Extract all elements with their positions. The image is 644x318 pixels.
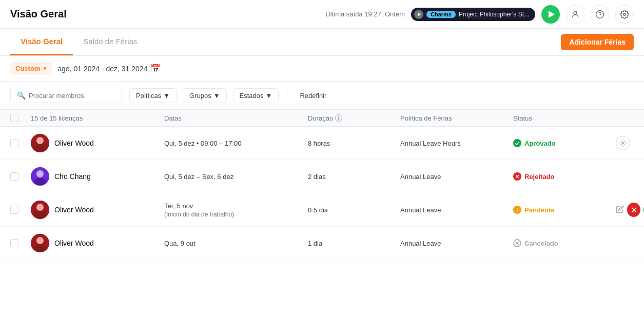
row4-status-label: Cancelado xyxy=(524,240,558,247)
row1-member-name: Oliver Wood xyxy=(54,139,94,147)
svg-point-0 xyxy=(574,11,577,14)
tab-visao-geral[interactable]: Visão Geral xyxy=(10,29,73,55)
row3-policy: Annual Leave xyxy=(400,206,513,214)
custom-caret-icon: ▼ xyxy=(42,66,47,71)
tag-charms-label: Charms xyxy=(426,11,456,18)
row4-avatar xyxy=(31,234,49,252)
table-row: Oliver Wood Qui, 5 dez • 09:00 – 17:00 8… xyxy=(0,127,644,160)
row3-avatar xyxy=(31,201,49,219)
row2-avatar xyxy=(31,167,49,186)
policies-filter-label: Políticas xyxy=(136,92,161,100)
svg-text:!: ! xyxy=(516,207,518,213)
custom-filter-button[interactable]: Custom ▼ xyxy=(10,62,52,75)
tabs-bar: Visão Geral Saldo de Férias Adicionar Fé… xyxy=(0,29,644,56)
row3-date-sub: (Início do dia de trabalho) xyxy=(164,211,308,218)
col-policy: Política de Férias xyxy=(400,114,513,122)
groups-caret-icon: ▼ xyxy=(213,92,220,100)
settings-button[interactable] xyxy=(615,5,634,24)
page-title: Visão Geral xyxy=(10,8,67,20)
row4-checkbox[interactable] xyxy=(10,239,18,247)
groups-filter-button[interactable]: Grupos ▼ xyxy=(183,88,227,103)
row2-member: Cho Chang xyxy=(31,167,164,186)
row2-policy: Annual Leave xyxy=(400,173,513,181)
tab-list: Visão Geral Saldo de Férias xyxy=(10,29,147,55)
date-range-display: ago, 01 2024 - dez, 31 2024 📅 xyxy=(57,64,161,73)
svg-point-24 xyxy=(34,245,46,252)
table-row: Oliver Wood Ter, 5 nov (Início do dia de… xyxy=(0,193,644,227)
add-ferias-button[interactable]: Adicionar Férias xyxy=(561,34,634,50)
header-checkbox[interactable] xyxy=(10,114,18,122)
table-header: 15 de 15 licenças Datas Duração ℹ Políti… xyxy=(0,110,644,127)
row3-checkbox-area xyxy=(10,206,31,214)
search-filter-bar: 🔍 Políticas ▼ Grupos ▼ Estados ▼ Redefin… xyxy=(0,82,644,110)
row4-duration: 1 dia xyxy=(308,240,400,247)
help-button[interactable] xyxy=(591,5,609,24)
row2-checkbox-area xyxy=(10,172,31,181)
top-bar-right: Última saída 19:27, Ontem Charms Project… xyxy=(325,5,634,24)
svg-point-18 xyxy=(36,204,44,211)
row2-checkbox[interactable] xyxy=(10,172,18,181)
svg-point-3 xyxy=(623,13,626,15)
tag-play-icon xyxy=(414,10,423,19)
row3-actions: ✕ ✓ xyxy=(616,203,644,217)
row4-date: Qua, 9 out xyxy=(164,240,308,247)
search-box: 🔍 xyxy=(10,88,123,103)
row1-checkbox[interactable] xyxy=(10,139,18,147)
col-status: Status xyxy=(513,114,616,122)
svg-point-12 xyxy=(36,170,44,177)
table-row: Cho Chang Qui, 5 dez – Sex, 6 dez 2 dias… xyxy=(0,160,644,193)
row1-duration: 8 horas xyxy=(308,140,400,147)
policies-caret-icon: ▼ xyxy=(163,92,170,100)
row1-member: Oliver Wood xyxy=(31,134,164,152)
col-dates: Datas xyxy=(164,114,308,122)
search-icon: 🔍 xyxy=(17,91,26,100)
row4-member-name: Oliver Wood xyxy=(54,239,94,247)
row3-edit-button[interactable] xyxy=(616,205,624,215)
row4-status-icon xyxy=(513,239,521,247)
row4-policy: Annual Leave xyxy=(400,240,513,247)
row3-status-label: Pendente xyxy=(524,206,555,214)
play-button[interactable] xyxy=(541,5,560,24)
row2-date: Qui, 5 dez – Sex, 6 dez xyxy=(164,173,308,181)
table-row: Oliver Wood Qua, 9 out 1 dia Annual Leav… xyxy=(0,227,644,260)
row4-member: Oliver Wood xyxy=(31,234,164,252)
last-exit-label: Última saída 19:27, Ontem xyxy=(325,10,405,18)
duration-info-icon[interactable]: ℹ xyxy=(335,114,342,122)
search-input[interactable] xyxy=(29,92,116,100)
row3-member: Oliver Wood xyxy=(31,201,164,219)
row1-status: Aprovado xyxy=(513,139,616,147)
svg-point-7 xyxy=(513,139,521,147)
project-tag[interactable]: Charms Project Philosopher's St... xyxy=(411,8,535,21)
row2-duration: 2 dias xyxy=(308,173,400,181)
user-button[interactable] xyxy=(566,5,584,24)
policies-filter-button[interactable]: Políticas ▼ xyxy=(129,88,177,103)
row3-member-name: Oliver Wood xyxy=(54,206,94,214)
row4-date-main: Qua, 9 out xyxy=(164,240,308,247)
row3-date-main: Ter, 5 nov xyxy=(164,202,308,210)
row1-status-icon xyxy=(513,139,521,147)
row1-avatar xyxy=(31,134,49,152)
reset-button[interactable]: Redefinir xyxy=(296,89,330,103)
row3-reject-button[interactable]: ✕ xyxy=(627,203,640,217)
row1-date: Qui, 5 dez • 09:00 – 17:00 xyxy=(164,140,308,147)
row4-status: Cancelado xyxy=(513,239,616,247)
tag-project-name: Project Philosopher's St... xyxy=(459,11,529,18)
states-filter-label: Estados xyxy=(240,92,264,100)
states-filter-button[interactable]: Estados ▼ xyxy=(233,88,279,103)
date-filter-bar: Custom ▼ ago, 01 2024 - dez, 31 2024 📅 xyxy=(0,56,644,82)
col-policy-label: Política de Férias xyxy=(400,114,452,122)
groups-filter-label: Grupos xyxy=(189,92,211,100)
row3-checkbox[interactable] xyxy=(10,206,18,214)
row3-duration: 0.5 dia xyxy=(308,206,400,214)
col-duration-label: Duração xyxy=(308,114,333,122)
row1-close-button[interactable] xyxy=(616,136,630,150)
header-checkbox-area xyxy=(10,114,31,122)
row1-policy: Annual Leave Hours xyxy=(400,140,513,147)
col-member: 15 de 15 licenças xyxy=(31,114,164,122)
calendar-icon[interactable]: 📅 xyxy=(150,64,161,73)
states-caret-icon: ▼ xyxy=(266,92,272,100)
row4-checkbox-area xyxy=(10,239,31,247)
top-bar: Visão Geral Última saída 19:27, Ontem Ch… xyxy=(0,0,644,29)
row2-status: Rejeitado xyxy=(513,172,616,181)
tab-saldo-ferias[interactable]: Saldo de Férias xyxy=(73,29,147,55)
